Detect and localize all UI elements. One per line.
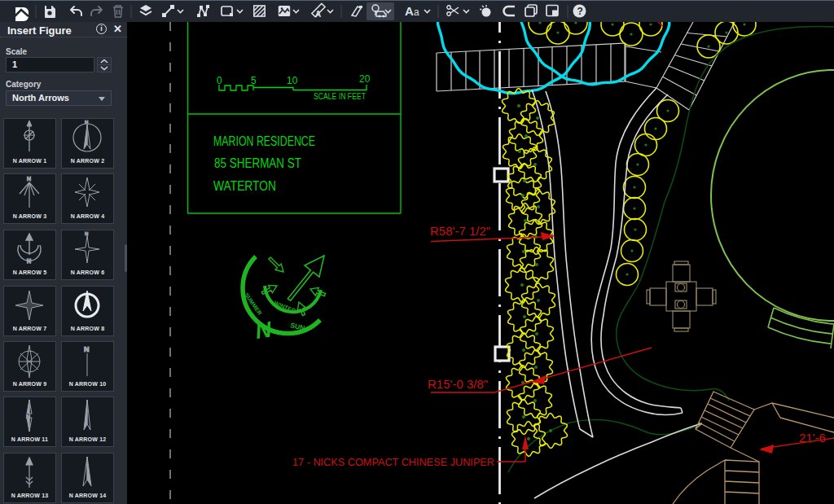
svg-text:a: a	[414, 7, 419, 18]
svg-text:N: N	[27, 176, 31, 182]
svg-text:N: N	[84, 345, 90, 353]
svg-text:SCALE IN FEET: SCALE IN FEET	[314, 91, 366, 101]
svg-text:N: N	[85, 120, 88, 125]
svg-text:R15'-0 3/8": R15'-0 3/8"	[428, 377, 488, 391]
svg-text:R58'-7 1/2": R58'-7 1/2"	[430, 224, 490, 238]
svg-text:5: 5	[251, 75, 257, 86]
svg-text:21'-6: 21'-6	[799, 431, 826, 445]
svg-text:?: ?	[577, 6, 583, 17]
svg-text:A: A	[315, 10, 321, 19]
svg-text:N: N	[85, 231, 88, 236]
svg-text:17 - NICKS COMPACT CHINESE JUN: 17 - NICKS COMPACT CHINESE JUNIPER	[292, 456, 494, 468]
svg-text:WATERTON: WATERTON	[213, 178, 276, 193]
svg-text:20: 20	[359, 73, 371, 85]
svg-text:10: 10	[287, 75, 298, 86]
svg-text:MARION RESIDENCE: MARION RESIDENCE	[213, 134, 315, 148]
svg-text:0: 0	[217, 75, 222, 86]
svg-text:N: N	[27, 258, 31, 264]
svg-text:A: A	[405, 4, 414, 18]
svg-text:N: N	[26, 414, 30, 419]
svg-text:85 SHERMAN ST: 85 SHERMAN ST	[214, 156, 301, 170]
